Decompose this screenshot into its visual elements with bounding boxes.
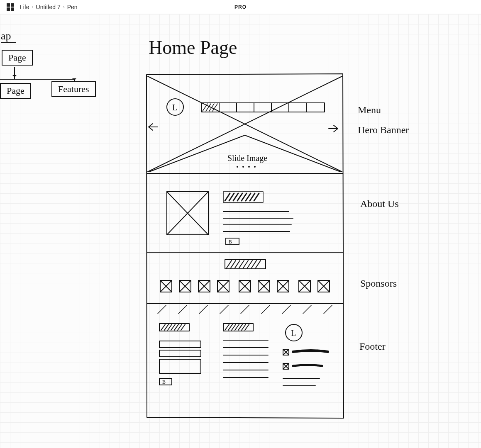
app-grid-icon[interactable] xyxy=(7,3,14,11)
arrow-down-icon xyxy=(14,67,15,79)
svg-line-47 xyxy=(243,261,248,268)
svg-text:L: L xyxy=(291,329,296,338)
breadcrumb-item[interactable]: Pen xyxy=(67,4,78,10)
sitemap-node-features[interactable]: Features xyxy=(51,81,96,97)
top-bar: Life › Untitled 7 › Pen PRO xyxy=(0,0,481,14)
svg-line-48 xyxy=(247,261,252,268)
svg-point-21 xyxy=(254,166,256,168)
svg-line-45 xyxy=(235,261,240,268)
svg-line-46 xyxy=(239,261,244,268)
wireframe-home-page[interactable]: L xyxy=(145,73,344,417)
svg-line-79 xyxy=(158,305,166,314)
svg-text:B: B xyxy=(162,379,166,385)
svg-line-43 xyxy=(227,261,232,268)
svg-line-49 xyxy=(251,261,256,268)
carousel-prev-icon xyxy=(149,124,158,130)
chevron-right-icon: › xyxy=(63,4,65,10)
carousel-next-icon xyxy=(329,125,338,132)
svg-line-44 xyxy=(231,261,236,268)
svg-line-87 xyxy=(324,305,332,314)
annotation-sponsors: Sponsors xyxy=(360,278,397,289)
svg-rect-96 xyxy=(159,341,201,348)
annotation-hero: Hero Banner xyxy=(358,124,409,136)
svg-line-82 xyxy=(220,305,228,314)
sitemap-node-page-bottom[interactable]: Page xyxy=(0,83,31,99)
sponsor-logos xyxy=(160,280,330,292)
svg-point-19 xyxy=(242,166,244,168)
svg-rect-98 xyxy=(159,359,201,373)
svg-line-50 xyxy=(256,261,261,268)
annotation-about: About Us xyxy=(360,198,399,209)
design-canvas[interactable]: Home Page ap Page Page Features Menu Her… xyxy=(0,14,481,448)
svg-rect-97 xyxy=(159,350,201,357)
chevron-right-icon: › xyxy=(32,4,34,10)
svg-line-85 xyxy=(282,305,291,314)
svg-line-84 xyxy=(261,305,270,314)
annotation-menu: Menu xyxy=(358,105,381,116)
breadcrumb-item[interactable]: Life xyxy=(20,4,29,10)
svg-line-86 xyxy=(303,305,311,314)
svg-line-81 xyxy=(199,305,208,314)
sitemap-partial-text: ap xyxy=(1,30,11,42)
connector-line xyxy=(0,79,75,80)
sitemap-node-page-top[interactable]: Page xyxy=(2,50,33,66)
svg-text:B: B xyxy=(229,239,232,245)
svg-line-80 xyxy=(178,305,187,314)
page-title: Home Page xyxy=(149,37,237,58)
annotation-footer: Footer xyxy=(359,341,386,352)
svg-rect-39 xyxy=(226,238,239,245)
svg-point-20 xyxy=(248,166,250,168)
svg-point-18 xyxy=(237,166,238,168)
breadcrumb-item[interactable]: Untitled 7 xyxy=(36,4,61,10)
breadcrumb: Life › Untitled 7 › Pen xyxy=(20,4,78,10)
wf-logo-letter: L xyxy=(172,103,177,112)
wf-slide-label: Slide Image xyxy=(227,153,267,163)
pro-badge: PRO xyxy=(234,4,247,10)
svg-line-83 xyxy=(241,305,249,314)
